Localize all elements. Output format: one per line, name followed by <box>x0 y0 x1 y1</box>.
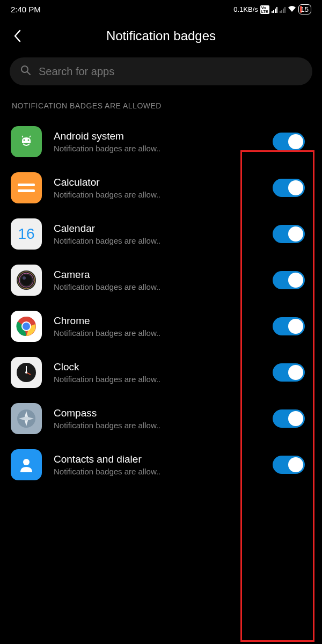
toggle-contacts[interactable] <box>273 456 305 474</box>
app-row-chrome[interactable]: Chrome Notification badges are allow.. <box>11 303 311 349</box>
app-name: Clock <box>54 361 261 373</box>
app-name: Contacts and dialer <box>54 453 261 465</box>
search-input[interactable] <box>39 65 302 78</box>
camera-icon <box>11 265 42 296</box>
status-right: 0.1KB/s VoLTE 15 <box>233 4 311 14</box>
svg-point-2 <box>24 140 25 141</box>
toggle-compass[interactable] <box>273 409 305 428</box>
app-text: Clock Notification badges are allow.. <box>54 361 261 384</box>
app-name: Camera <box>54 269 261 281</box>
app-text: Compass Notification badges are allow.. <box>54 407 261 430</box>
app-subtitle: Notification badges are allow.. <box>54 144 261 153</box>
search-icon <box>20 65 31 78</box>
svg-point-0 <box>21 66 28 72</box>
compass-icon <box>11 403 42 434</box>
app-row-android-system[interactable]: Android system Notification badges are a… <box>11 119 311 165</box>
status-bar: 2:40 PM 0.1KB/s VoLTE 15 <box>0 0 322 17</box>
app-text: Android system Notification badges are a… <box>54 130 261 153</box>
app-text: Calculator Notification badges are allow… <box>54 177 261 199</box>
chrome-icon <box>11 311 42 342</box>
app-subtitle: Notification badges are allow.. <box>54 467 261 476</box>
volte-icon: VoLTE <box>260 5 269 14</box>
search-box[interactable] <box>10 57 312 85</box>
app-subtitle: Notification badges are allow.. <box>54 282 261 291</box>
app-row-calculator[interactable]: Calculator Notification badges are allow… <box>11 165 311 211</box>
app-name: Calendar <box>54 223 261 235</box>
app-name: Android system <box>54 130 261 142</box>
network-speed: 0.1KB/s <box>233 5 258 13</box>
toggle-chrome[interactable] <box>273 317 305 335</box>
battery-icon: 15 <box>298 4 311 14</box>
app-subtitle: Notification badges are allow.. <box>54 236 261 245</box>
toggle-clock[interactable] <box>273 363 305 382</box>
app-name: Chrome <box>54 315 261 327</box>
page-title: Notification badges <box>106 28 216 43</box>
svg-point-13 <box>23 323 30 330</box>
toggle-camera[interactable] <box>273 271 305 289</box>
android-icon <box>11 126 42 157</box>
app-text: Calendar Notification badges are allow.. <box>54 223 261 245</box>
app-subtitle: Notification badges are allow.. <box>54 328 261 338</box>
app-text: Chrome Notification badges are allow.. <box>54 315 261 338</box>
svg-point-19 <box>23 459 30 465</box>
svg-line-4 <box>22 136 23 137</box>
toggle-android-system[interactable] <box>273 133 305 151</box>
app-row-calendar[interactable]: 16 Calendar Notification badges are allo… <box>11 211 311 257</box>
app-list: Android system Notification badges are a… <box>0 119 322 488</box>
back-button[interactable] <box>9 27 26 45</box>
svg-line-5 <box>30 136 31 137</box>
svg-point-9 <box>21 275 32 286</box>
clock-icon <box>11 357 42 388</box>
svg-point-10 <box>23 276 26 280</box>
svg-point-17 <box>25 371 27 374</box>
app-text: Contacts and dialer Notification badges … <box>54 453 261 476</box>
toggle-calendar[interactable] <box>273 225 305 243</box>
app-row-compass[interactable]: Compass Notification badges are allow.. <box>11 396 311 442</box>
app-subtitle: Notification badges are allow.. <box>54 421 261 430</box>
app-text: Camera Notification badges are allow.. <box>54 269 261 291</box>
app-name: Compass <box>54 407 261 419</box>
app-row-contacts[interactable]: Contacts and dialer Notification badges … <box>11 442 311 488</box>
svg-line-1 <box>27 72 30 75</box>
signal-icon-2 <box>280 6 286 13</box>
app-name: Calculator <box>54 177 261 188</box>
app-row-clock[interactable]: Clock Notification badges are allow.. <box>11 349 311 396</box>
app-subtitle: Notification badges are allow.. <box>54 190 261 199</box>
section-header: NOTIFICATION BADGES ARE ALLOWED <box>0 98 322 119</box>
app-subtitle: Notification badges are allow.. <box>54 375 261 384</box>
status-time: 2:40 PM <box>11 5 41 14</box>
calculator-icon <box>11 172 42 203</box>
calendar-icon: 16 <box>11 218 42 250</box>
wifi-icon <box>288 5 296 13</box>
contacts-icon <box>11 449 42 480</box>
svg-point-3 <box>28 140 30 141</box>
header: Notification badges <box>0 17 322 57</box>
app-row-camera[interactable]: Camera Notification badges are allow.. <box>11 257 311 303</box>
signal-icon <box>272 6 277 13</box>
toggle-calculator[interactable] <box>273 179 305 197</box>
